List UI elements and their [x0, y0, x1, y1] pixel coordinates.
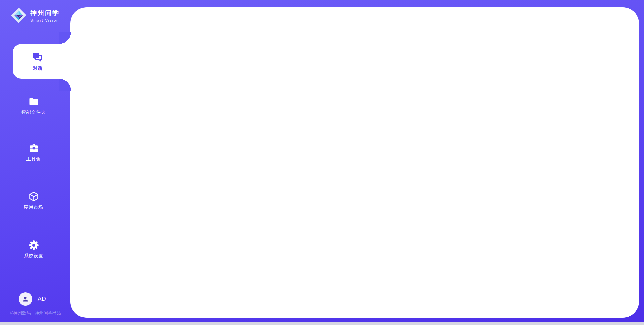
horizontal-scrollbar[interactable]	[0, 322, 644, 325]
cube-icon	[28, 191, 39, 202]
folder-icon	[28, 96, 39, 107]
sidebar-item-label: 应用市场	[24, 204, 43, 210]
person-icon	[21, 295, 30, 303]
avatar[interactable]	[19, 292, 32, 306]
gear-icon	[28, 240, 39, 251]
brand-logo: 神州问学 Smart Vision	[11, 7, 60, 23]
brand-name: 神州问学	[30, 9, 60, 17]
main-panel	[70, 7, 639, 318]
sidebar-item-label: 工具集	[26, 156, 41, 162]
user-account[interactable]: AD	[19, 292, 46, 306]
chat-icon	[32, 52, 43, 63]
sidebar-item-label: 系统设置	[24, 253, 43, 259]
brand-tagline: Smart Vision	[30, 18, 60, 22]
user-name: AD	[38, 296, 46, 302]
copyright-text: ©神州数码 · 神州问学出品	[0, 310, 71, 316]
sidebar-item-label: 对话	[33, 65, 43, 71]
sidebar-item-app-market[interactable]: 应用市场	[0, 191, 67, 210]
sidebar-item-chat[interactable]: 对话	[13, 44, 71, 79]
brand-diamond-icon	[11, 7, 27, 23]
sidebar-item-label: 智能文件夹	[21, 109, 46, 115]
sidebar-item-settings[interactable]: 系统设置	[0, 240, 67, 259]
briefcase-icon	[28, 143, 39, 154]
sidebar-item-toolset[interactable]: 工具集	[0, 143, 67, 162]
sidebar-item-smart-folder[interactable]: 智能文件夹	[0, 96, 67, 115]
